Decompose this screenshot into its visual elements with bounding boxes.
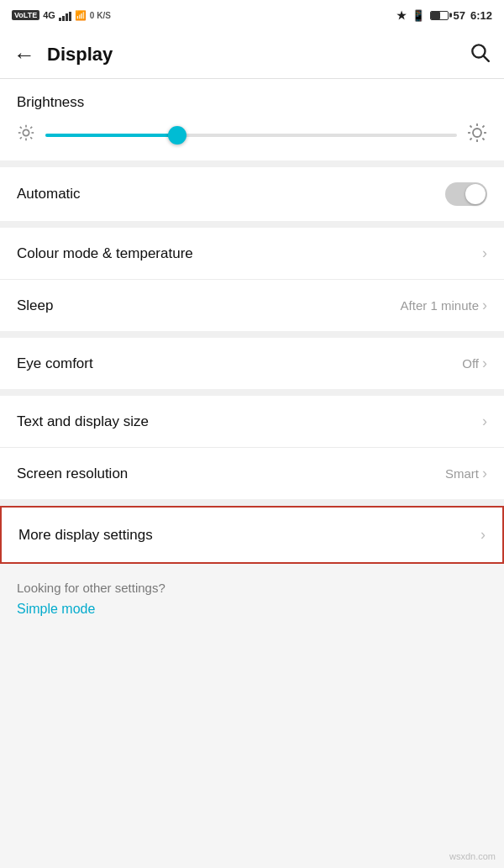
colour-mode-right: › (482, 245, 487, 262)
sleep-label: Sleep (17, 297, 53, 314)
eye-comfort-item[interactable]: Eye comfort Off › (0, 338, 504, 389)
screen-resolution-value: Smart (445, 466, 479, 481)
svg-line-17 (482, 138, 484, 139)
colour-mode-item[interactable]: Colour mode & temperature › (0, 228, 504, 280)
svg-line-19 (470, 138, 472, 139)
time-display: 6:12 (470, 9, 492, 22)
svg-line-1 (484, 55, 489, 60)
svg-point-2 (23, 129, 29, 135)
automatic-label: Automatic (17, 186, 81, 203)
brightness-row[interactable] (17, 123, 487, 147)
automatic-row[interactable]: Automatic (0, 167, 504, 228)
text-display-right: › (482, 413, 487, 430)
brightness-section: Brightness (0, 79, 504, 167)
menu-group-3: Text and display size › Screen resolutio… (0, 396, 504, 506)
battery-level: 57 (454, 9, 465, 22)
battery-icon (430, 11, 449, 20)
eye-comfort-right: Off › (462, 355, 487, 372)
screen-resolution-label: Screen resolution (17, 466, 128, 482)
screen-resolution-right: Smart › (445, 465, 487, 482)
app-bar: ← Display (0, 30, 504, 79)
signal-strength: 4G (43, 10, 55, 20)
brightness-slider[interactable] (45, 134, 457, 137)
search-button[interactable] (469, 41, 491, 68)
suggestions-section: Looking for other settings? Simple mode (0, 564, 504, 634)
svg-point-11 (473, 129, 481, 137)
back-button[interactable]: ← (13, 44, 35, 66)
status-left: VoLTE 4G 📶 0 K/S (12, 10, 111, 21)
chevron-icon: › (482, 465, 487, 482)
sleep-value: After 1 minute (401, 298, 479, 313)
text-display-size-label: Text and display size (17, 413, 149, 430)
toggle-knob (465, 184, 486, 204)
eye-comfort-value: Off (462, 356, 479, 371)
chevron-icon: › (482, 413, 487, 430)
page-title: Display (47, 44, 469, 66)
phone-icon: 📱 (412, 9, 425, 22)
brightness-low-icon (17, 124, 35, 146)
svg-line-10 (20, 137, 22, 139)
signal-bars (59, 10, 71, 21)
more-display-right: › (480, 526, 486, 544)
svg-line-16 (470, 126, 472, 128)
chevron-icon: › (482, 355, 487, 372)
menu-group-2: Eye comfort Off › (0, 338, 504, 396)
svg-line-18 (482, 126, 484, 128)
svg-line-9 (30, 127, 32, 129)
menu-group-1: Colour mode & temperature › Sleep After … (0, 228, 504, 338)
status-bar: VoLTE 4G 📶 0 K/S ★ 📱 57 6:12 (0, 0, 504, 30)
sleep-right: After 1 minute › (401, 297, 487, 314)
more-display-section: More display settings › (0, 506, 504, 564)
svg-line-8 (30, 137, 32, 139)
brightness-high-icon (467, 123, 487, 147)
chevron-icon: › (482, 297, 487, 314)
more-display-label: More display settings (18, 527, 153, 544)
watermark: wsxdn.com (449, 851, 496, 861)
eye-comfort-label: Eye comfort (17, 355, 93, 372)
brightness-label: Brightness (17, 94, 487, 111)
colour-mode-label: Colour mode & temperature (17, 245, 193, 262)
volte-badge: VoLTE (12, 10, 39, 20)
wifi-icon: 📶 (75, 10, 87, 21)
simple-mode-link[interactable]: Simple mode (17, 602, 487, 617)
status-right: ★ 📱 57 6:12 (396, 9, 493, 22)
more-display-item[interactable]: More display settings › (2, 508, 502, 562)
text-display-size-item[interactable]: Text and display size › (0, 396, 504, 448)
svg-line-7 (20, 127, 22, 129)
automatic-toggle[interactable] (445, 182, 487, 206)
chevron-icon: › (480, 526, 486, 544)
data-speed: 0 K/S (90, 11, 111, 20)
suggestions-label: Looking for other settings? (17, 581, 487, 595)
bluetooth-icon: ★ (396, 9, 407, 22)
screen-resolution-item[interactable]: Screen resolution Smart › (0, 448, 504, 499)
sleep-item[interactable]: Sleep After 1 minute › (0, 280, 504, 331)
chevron-icon: › (482, 245, 487, 262)
